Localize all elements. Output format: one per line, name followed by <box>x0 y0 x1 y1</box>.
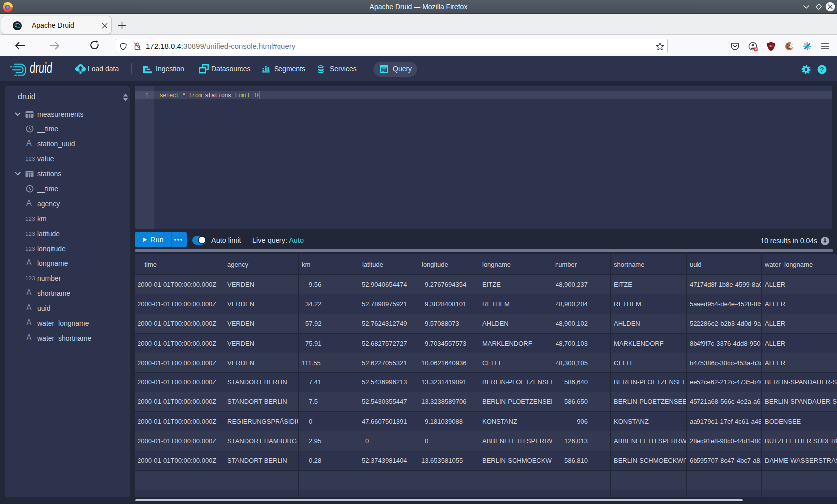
svg-text:UO: UO <box>769 44 774 48</box>
svg-text:?: ? <box>820 66 824 73</box>
